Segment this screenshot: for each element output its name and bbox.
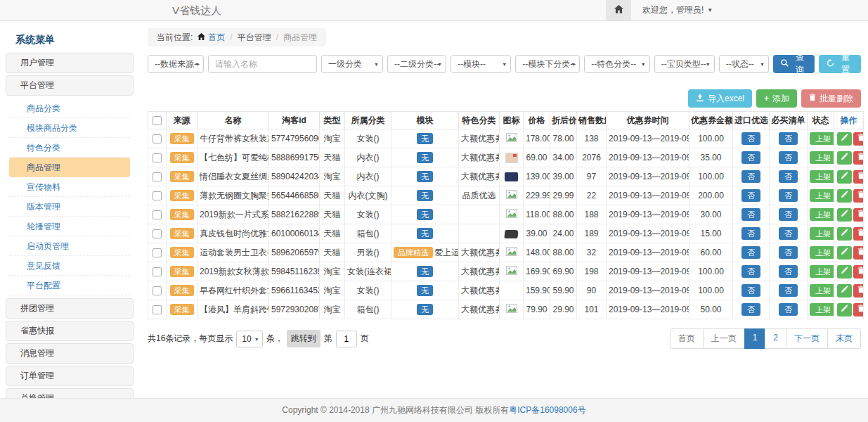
pager-item-下一页[interactable]: 下一页 — [786, 328, 828, 349]
delete-button[interactable] — [853, 246, 864, 260]
source-filter[interactable]: --数据来源--▼ — [148, 55, 204, 73]
imported-toggle[interactable]: 否 — [741, 132, 760, 146]
home-button[interactable] — [606, 0, 631, 20]
sidebar-group-平台管理[interactable]: 平台管理 — [6, 75, 134, 96]
must-buy-toggle[interactable]: 否 — [779, 303, 798, 316]
imported-toggle[interactable]: 否 — [741, 284, 760, 298]
pager-item-上一页[interactable]: 上一页 — [703, 328, 745, 349]
delete-button[interactable] — [853, 227, 864, 241]
delete-button[interactable] — [853, 284, 864, 298]
status-badge[interactable]: 上架 — [810, 170, 834, 184]
imported-toggle[interactable]: 否 — [741, 170, 760, 184]
sidebar-group-拼团管理[interactable]: 拼团管理 — [6, 298, 134, 319]
edit-button[interactable] — [837, 189, 852, 203]
must-buy-toggle[interactable]: 否 — [779, 265, 798, 279]
must-buy-toggle[interactable]: 否 — [779, 284, 798, 298]
status-badge[interactable]: 上架 — [810, 246, 834, 260]
pager-item-末页[interactable]: 末页 — [827, 328, 861, 349]
per-page-select[interactable]: 10 ▼ — [236, 331, 262, 347]
imported-toggle[interactable]: 否 — [741, 208, 760, 222]
must-buy-toggle[interactable]: 否 — [779, 227, 798, 241]
delete-button[interactable] — [853, 170, 864, 184]
row-checkbox[interactable] — [153, 134, 162, 143]
sidebar-item-版本管理[interactable]: 版本管理 — [9, 197, 130, 217]
level1-category-filter[interactable]: 一级分类▼ — [321, 55, 383, 73]
user-menu[interactable]: 欢迎您，管理员! ▼ — [642, 4, 713, 16]
must-buy-toggle[interactable]: 否 — [779, 151, 798, 165]
icp-link[interactable]: 粤ICP备16098006号 — [509, 404, 585, 416]
imported-toggle[interactable]: 否 — [741, 303, 760, 316]
status-filter[interactable]: --状态--▼ — [719, 55, 769, 73]
level2-category-filter[interactable]: --二级分类--▼ — [387, 55, 446, 73]
row-checkbox[interactable] — [153, 248, 162, 257]
jump-button[interactable]: 跳转到 — [287, 330, 320, 347]
imported-toggle[interactable]: 否 — [741, 265, 760, 279]
must-buy-toggle[interactable]: 否 — [779, 132, 798, 146]
pager-item-1[interactable]: 1 — [744, 328, 766, 349]
must-buy-toggle[interactable]: 否 — [779, 170, 798, 184]
edit-button[interactable] — [837, 303, 852, 316]
reset-button[interactable]: 重置 — [819, 55, 861, 73]
item-type-filter[interactable]: --宝贝类型--▼ — [654, 55, 715, 73]
batch-delete-button[interactable]: 批量删除 — [801, 89, 861, 108]
status-badge[interactable]: 上架 — [810, 132, 834, 146]
delete-button[interactable] — [853, 303, 864, 316]
must-buy-toggle[interactable]: 否 — [779, 189, 798, 203]
sidebar-item-特色分类[interactable]: 特色分类 — [9, 138, 130, 158]
pager-item-2[interactable]: 2 — [765, 328, 786, 349]
import-excel-button[interactable]: 导入excel — [688, 89, 752, 108]
imported-toggle[interactable]: 否 — [741, 189, 760, 203]
pager-item-首页[interactable]: 首页 — [670, 328, 704, 349]
edit-button[interactable] — [837, 170, 852, 184]
edit-button[interactable] — [837, 151, 852, 165]
edit-button[interactable] — [837, 132, 852, 146]
delete-button[interactable] — [853, 265, 864, 279]
module-filter[interactable]: --模块--▼ — [451, 55, 511, 73]
imported-toggle[interactable]: 否 — [741, 151, 760, 165]
delete-button[interactable] — [853, 189, 864, 203]
breadcrumb-home-link[interactable]: 首页 — [197, 32, 225, 44]
status-badge[interactable]: 上架 — [810, 284, 834, 298]
sidebar-group-消息管理[interactable]: 消息管理 — [6, 343, 134, 364]
imported-toggle[interactable]: 否 — [741, 246, 760, 260]
imported-toggle[interactable]: 否 — [741, 227, 760, 241]
page-number-input[interactable] — [336, 331, 357, 347]
edit-button[interactable] — [837, 208, 852, 222]
row-checkbox[interactable] — [153, 191, 162, 200]
status-badge[interactable]: 上架 — [810, 189, 834, 203]
status-badge[interactable]: 上架 — [810, 227, 834, 241]
row-checkbox[interactable] — [153, 267, 162, 276]
sidebar-item-平台配置[interactable]: 平台配置 — [9, 276, 130, 295]
must-buy-toggle[interactable]: 否 — [779, 246, 798, 260]
row-checkbox[interactable] — [153, 172, 162, 181]
sidebar-item-轮播管理[interactable]: 轮播管理 — [9, 217, 130, 236]
edit-button[interactable] — [837, 246, 852, 260]
name-search-input[interactable] — [208, 55, 317, 73]
feature-category-filter[interactable]: --特色分类--▼ — [584, 55, 650, 73]
status-badge[interactable]: 上架 — [810, 303, 834, 316]
sidebar-item-模块商品分类[interactable]: 模块商品分类 — [9, 118, 130, 138]
sidebar-item-商品分类[interactable]: 商品分类 — [9, 98, 130, 118]
row-checkbox[interactable] — [153, 229, 162, 238]
select-all-checkbox[interactable] — [153, 116, 162, 125]
row-checkbox[interactable] — [153, 210, 162, 219]
status-badge[interactable]: 上架 — [810, 265, 834, 279]
delete-button[interactable] — [853, 208, 864, 222]
add-button[interactable]: + 添加 — [756, 89, 797, 108]
row-checkbox[interactable] — [153, 286, 162, 295]
sidebar-item-宣传物料[interactable]: 宣传物料 — [9, 177, 130, 197]
row-checkbox[interactable] — [153, 153, 162, 162]
edit-button[interactable] — [837, 284, 852, 298]
sidebar-group-省惠快报[interactable]: 省惠快报 — [6, 321, 134, 341]
sidebar-item-商品管理[interactable]: 商品管理 — [9, 158, 130, 177]
row-checkbox[interactable] — [153, 305, 162, 314]
sidebar-item-启动页管理[interactable]: 启动页管理 — [9, 236, 130, 256]
status-badge[interactable]: 上架 — [810, 151, 834, 165]
sidebar-group-订单管理[interactable]: 订单管理 — [6, 366, 134, 386]
sidebar-group-用户管理[interactable]: 用户管理 — [6, 53, 134, 73]
status-badge[interactable]: 上架 — [810, 208, 834, 222]
sidebar-item-意见反馈[interactable]: 意见反馈 — [9, 256, 130, 276]
module-subcategory-filter[interactable]: --模块下分类--▼ — [515, 55, 580, 73]
edit-button[interactable] — [837, 265, 852, 279]
delete-button[interactable] — [853, 151, 864, 165]
